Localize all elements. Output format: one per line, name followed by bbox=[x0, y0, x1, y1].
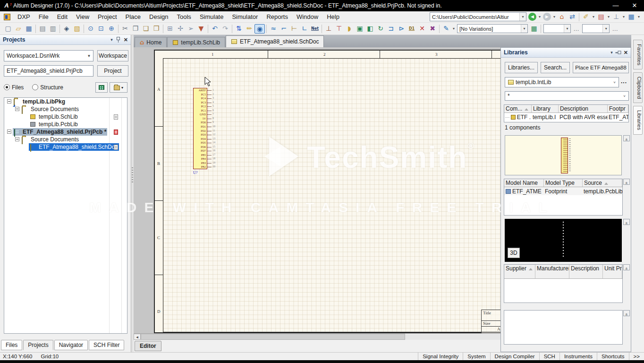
extra-combo-1-more[interactable]: ... bbox=[572, 26, 581, 32]
menu-reports[interactable]: Reports bbox=[262, 12, 292, 22]
highlight-pen-icon[interactable]: ✏ bbox=[244, 24, 254, 34]
menu-place[interactable]: Place bbox=[121, 12, 145, 22]
zoom-area-icon[interactable]: ⊡ bbox=[96, 24, 106, 34]
pin-icon[interactable] bbox=[116, 37, 120, 43]
status-button-sch[interactable]: SCH bbox=[539, 353, 559, 360]
status-button--[interactable]: >> bbox=[629, 353, 644, 360]
status-button-shortcuts[interactable]: Shortcuts bbox=[597, 353, 629, 360]
cross-select-mode-icon[interactable]: ⇅ bbox=[234, 24, 244, 34]
print-preview-icon[interactable]: ▥ bbox=[48, 24, 58, 34]
column-header-description[interactable]: Description bbox=[559, 105, 608, 112]
panel-tab-files[interactable]: Files bbox=[1, 340, 22, 350]
column-header-com-[interactable]: Com... bbox=[504, 105, 532, 112]
variations-combo[interactable]: [No Variations]▾ bbox=[457, 24, 528, 33]
print-icon[interactable]: ▤ bbox=[37, 24, 48, 34]
grid-tool-button-icon[interactable]: ▦ bbox=[626, 12, 636, 22]
measure-dropdown-icon[interactable]: ▾ bbox=[591, 12, 596, 22]
select-area-icon[interactable]: ⊞ bbox=[165, 24, 175, 34]
pin-icon[interactable] bbox=[615, 51, 621, 55]
scroll-left-icon[interactable]: ◂ bbox=[134, 334, 141, 340]
place-vcc-power-port-icon[interactable]: ⊤ bbox=[334, 24, 344, 34]
column-header-unit-price[interactable]: Unit Price bbox=[603, 265, 622, 278]
menu-edit[interactable]: Edit bbox=[53, 12, 72, 22]
place-bus-icon[interactable]: ⌐ bbox=[279, 24, 289, 34]
copy-icon[interactable]: ❐ bbox=[130, 24, 141, 34]
component-pin[interactable]: PB220 bbox=[194, 165, 207, 169]
tree-expand-icon[interactable] bbox=[7, 130, 11, 134]
dxp-icon[interactable] bbox=[4, 14, 10, 20]
column-header-source[interactable]: Source bbox=[583, 179, 622, 187]
tree-item[interactable]: tempLib.SchLib bbox=[4, 113, 127, 121]
variant-manager-icon[interactable]: ▦ bbox=[529, 24, 539, 34]
tree-item[interactable]: Source Documents bbox=[4, 105, 127, 113]
power-port-tool-button-icon[interactable]: ⊥ bbox=[611, 12, 621, 22]
place-wire-icon[interactable]: ≈ bbox=[268, 24, 279, 34]
zoom-selected-icon[interactable]: ⊕ bbox=[106, 24, 117, 34]
back-dropdown-icon[interactable]: ▾ bbox=[537, 12, 542, 22]
cut-icon[interactable]: ✂ bbox=[120, 24, 130, 34]
component-filter-combo[interactable]: * ˅ bbox=[505, 91, 629, 101]
redo-icon[interactable]: ↷ bbox=[220, 24, 230, 34]
footprint-3d-pane[interactable]: 3D bbox=[505, 219, 622, 262]
back-button-icon[interactable]: ◀ bbox=[528, 13, 536, 21]
workspace-button[interactable]: Workspace bbox=[97, 50, 128, 61]
annotate-dropdown-icon[interactable]: ▾ bbox=[451, 24, 456, 34]
power-port-dropdown-icon[interactable]: ▾ bbox=[621, 12, 626, 22]
panel-tab-navigator[interactable]: Navigator bbox=[54, 340, 88, 350]
tree-item[interactable]: ETF_Atmega88_shield.PrjPcb * bbox=[4, 128, 127, 136]
tree-item[interactable]: tempLib.LibPkg bbox=[4, 98, 127, 105]
structure-radio[interactable]: Structure bbox=[32, 84, 63, 91]
column-header-manufacturer[interactable]: Manufacturer bbox=[535, 265, 569, 278]
place-net-label-icon[interactable]: Net bbox=[310, 24, 320, 34]
side-tab-libraries[interactable]: Libraries bbox=[633, 106, 643, 134]
menu-view[interactable]: View bbox=[72, 12, 93, 22]
place-part-icon[interactable]: ◗ bbox=[344, 24, 355, 34]
chevron-down-icon[interactable]: ▾ bbox=[519, 13, 526, 21]
fit-document-icon[interactable]: ⊙ bbox=[85, 24, 96, 34]
menu-simulate[interactable]: Simulate bbox=[195, 12, 228, 22]
symbol-preview-pane[interactable] bbox=[505, 135, 622, 175]
new-document-icon[interactable]: ▢ bbox=[3, 24, 13, 34]
column-header-description[interactable]: Description bbox=[569, 265, 603, 278]
grid-dropdown-icon[interactable]: ▾ bbox=[636, 12, 641, 22]
panel-close-icon[interactable]: ✕ bbox=[124, 37, 128, 43]
schematic-component-u[interactable]: AREF1PC52PC43PC34PC25PC16GND75V8PD09PD11… bbox=[193, 88, 207, 169]
document-tab-etf-atmega88-shield-schdoc[interactable]: ETF_Atmega88_shield.SchDoc bbox=[226, 35, 324, 47]
place-harness-connector-icon[interactable]: ⊐ bbox=[386, 24, 396, 34]
column-header-library[interactable]: Library bbox=[532, 105, 559, 112]
column-header-model-name[interactable]: Model Name bbox=[504, 179, 544, 187]
menu-help[interactable]: Help bbox=[322, 12, 344, 22]
place-device-sheet-icon[interactable]: ↻ bbox=[375, 24, 386, 34]
menu-tools[interactable]: Tools bbox=[173, 12, 195, 22]
align-tool-button-icon[interactable]: ▤ bbox=[596, 12, 606, 22]
annotate-icon[interactable]: ✎ bbox=[441, 24, 451, 34]
place-sheet-entry-icon[interactable]: ◧ bbox=[365, 24, 375, 34]
column-header-footpr[interactable]: Footpr bbox=[608, 105, 628, 112]
model-row[interactable]: ETF_ATMEFootprinttempLib.PcbLib bbox=[504, 187, 622, 195]
menu-design[interactable]: Design bbox=[145, 12, 172, 22]
chevron-down-icon[interactable]: ▾ bbox=[564, 25, 570, 33]
place-sheet-symbol-icon[interactable]: ▣ bbox=[355, 24, 365, 34]
place-bus-entry-icon[interactable]: ∟ bbox=[299, 24, 310, 34]
measure-tool-button-icon[interactable]: ✐ bbox=[581, 12, 591, 22]
tree-item[interactable]: Source Documents bbox=[4, 136, 127, 143]
place-harness-entry-icon[interactable]: ⊳ bbox=[396, 24, 407, 34]
menu-window[interactable]: Window bbox=[292, 12, 322, 22]
scroll-up-icon[interactable]: « bbox=[623, 219, 630, 225]
project-field[interactable]: ETF_Atmega88_shield.PrjPcb bbox=[4, 65, 93, 77]
forward-button-icon[interactable]: ▶ bbox=[543, 13, 551, 21]
editor-tab[interactable]: Editor bbox=[135, 341, 161, 351]
extra-combo-2-more[interactable]: ... bbox=[610, 26, 620, 32]
library-more-button[interactable]: ... bbox=[621, 78, 627, 85]
chevron-down-icon[interactable]: ▾ bbox=[521, 25, 527, 33]
forward-dropdown-icon[interactable]: ▾ bbox=[552, 12, 557, 22]
align-dropdown-icon[interactable]: ▾ bbox=[606, 12, 611, 22]
menu-simulator[interactable]: Simulator bbox=[228, 12, 262, 22]
place-component-button[interactable]: Place ETF Atmega88 bbox=[573, 62, 629, 73]
navigate-chip-button[interactable] bbox=[95, 82, 108, 93]
place-compile-mask-icon[interactable]: ✖ bbox=[427, 24, 438, 34]
chevron-down-icon[interactable]: ˅ bbox=[610, 78, 619, 87]
3d-toggle-button[interactable]: 3D bbox=[508, 248, 520, 258]
scroll-up-icon[interactable]: « bbox=[623, 264, 630, 270]
chevron-down-icon[interactable]: ▼ bbox=[85, 51, 93, 61]
